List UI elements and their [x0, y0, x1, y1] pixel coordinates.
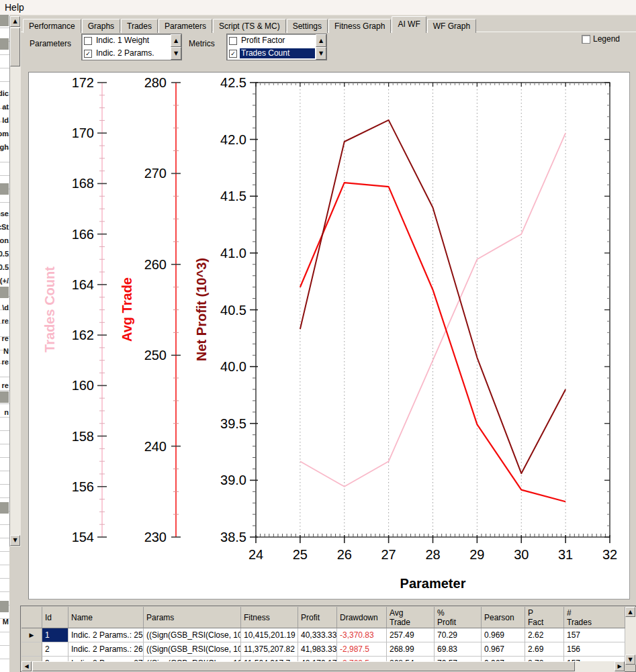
scroll-left-icon[interactable]: ◀ [21, 661, 32, 671]
spin-up-icon[interactable]: ▲ [171, 34, 181, 47]
cell-profit[interactable]: 42,170.17 [298, 657, 337, 661]
option-indic-1-weight[interactable]: Indic. 1 Weight [82, 34, 181, 47]
spin-up-icon[interactable]: ▲ [316, 34, 326, 47]
cell-fitness[interactable]: 10,415,201.19 [241, 628, 298, 642]
scroll-right-icon[interactable]: ▶ [615, 661, 625, 671]
column-header-profit[interactable]: Profit [298, 607, 337, 628]
cell-trades[interactable]: 157 [564, 628, 625, 642]
cell-avg-trade[interactable]: 268.54 [387, 657, 435, 661]
parameters-listbox[interactable]: Indic. 1 Weight✓Indic. 2 Params. ▲ ▼ [81, 34, 182, 60]
unchecked-checkbox-icon[interactable] [84, 37, 92, 45]
cell-params[interactable]: ((Sign(GSB_RSI(Close, 10) [144, 628, 241, 642]
chart-panel: 242526272829303132Parameter1541561581601… [28, 72, 630, 599]
clipped-text-fragment: (+/ [0, 277, 9, 285]
column-header-id[interactable]: Id [42, 607, 69, 628]
svg-text:42.0: 42.0 [220, 132, 246, 147]
column-header-profit[interactable]: % Profit [435, 607, 482, 628]
cell-drawdown[interactable]: -3,370.83 [337, 628, 387, 642]
svg-text:230: 230 [144, 530, 167, 544]
tab-settings[interactable]: Settings [287, 19, 328, 33]
cell-name[interactable]: Indic. 2 Params.: 26 [69, 642, 144, 657]
scroll-down-icon[interactable]: ▼ [10, 535, 20, 546]
scrollbar-thumb[interactable] [10, 28, 20, 66]
cell-params[interactable]: ((Sign(GSB_RSI(Close, 10) [144, 657, 241, 661]
option-profit-factor[interactable]: Profit Factor [227, 34, 326, 47]
cell-pearson[interactable]: 0.969 [482, 628, 525, 642]
row-selector[interactable] [21, 642, 42, 657]
cell-drawdown[interactable]: -2,762.5 [337, 657, 387, 661]
cell-name[interactable]: Indic. 2 Params.: 25 [69, 628, 144, 642]
cell-fitness[interactable]: 11,504,917.7 [241, 657, 298, 661]
cell-trades[interactable]: 156 [564, 642, 625, 657]
column-header-drawdown[interactable]: Drawdown [337, 607, 387, 628]
tab-trades[interactable]: Trades [121, 19, 158, 33]
cell-name[interactable]: Indic. 2 Params.: 27 [69, 657, 144, 661]
column-header-name[interactable]: Name [69, 607, 144, 628]
cell-profit[interactable]: 41,983.33 [298, 642, 337, 657]
column-header-avg-trade[interactable]: Avg Trade [387, 607, 435, 628]
legend-checkbox[interactable] [582, 35, 590, 44]
column-header-pearson[interactable]: Pearson [482, 607, 525, 628]
cell-fitness[interactable]: 11,375,207.82 [241, 642, 298, 657]
column-header-p-fact[interactable]: P Fact [525, 607, 564, 628]
table-header-row: IdNameParamsFitnessProfitDrawdownAvg Tra… [21, 607, 625, 628]
cell-avg-trade[interactable]: 257.49 [387, 628, 435, 642]
cell-p-fact[interactable]: 2.69 [525, 642, 564, 657]
option-indic-2-params[interactable]: ✓Indic. 2 Params. [82, 47, 181, 60]
spin-down-icon[interactable]: ▼ [171, 47, 181, 60]
metrics-listbox[interactable]: Profit Factor✓Trades Count ▲ ▼ [226, 34, 327, 60]
cell-trades[interactable]: 157 [564, 657, 625, 661]
tab-parameters[interactable]: Parameters [158, 19, 212, 33]
table-vertical-scrollbar[interactable]: ▲ ▼ [625, 607, 636, 665]
scrollbar-thumb[interactable] [32, 661, 575, 671]
table-row[interactable]: ▶1Indic. 2 Params.: 25((Sign(GSB_RSI(Clo… [21, 628, 625, 642]
spin-down-icon[interactable]: ▼ [316, 47, 326, 60]
cell-pearson[interactable]: 0.967 [482, 657, 525, 661]
cell-p-fact[interactable]: 2.62 [525, 628, 564, 642]
scroll-up-icon[interactable]: ▲ [10, 16, 20, 27]
svg-text:Net Profit (10^3): Net Profit (10^3) [194, 258, 209, 361]
menu-help[interactable]: Help [2, 1, 27, 13]
tab-performance[interactable]: Performance [23, 19, 81, 33]
checked-checkbox-icon[interactable]: ✓ [229, 50, 237, 58]
cell-id[interactable]: 2 [42, 642, 69, 657]
tab-wf-graph[interactable]: WF Graph [427, 19, 476, 33]
cell-profit[interactable]: 40,333.33 [298, 628, 337, 642]
table-horizontal-scrollbar[interactable]: ◀ ▶ [21, 661, 625, 672]
svg-text:26: 26 [337, 547, 352, 562]
clipped-text-fragment: on [0, 236, 9, 244]
current-row-marker-icon[interactable]: ▶ [21, 628, 42, 642]
tab-graphs[interactable]: Graphs [82, 19, 120, 33]
tab-fitness-graph[interactable]: Fitness Graph [328, 19, 391, 33]
cell-p-fact[interactable]: 2.72 [525, 657, 564, 661]
cell-pearson[interactable]: 0.967 [482, 642, 525, 657]
svg-text:164: 164 [72, 277, 94, 292]
clipped-row-header [0, 15, 9, 26]
cell-profit[interactable]: 70.29 [435, 628, 482, 642]
column-header-params[interactable]: Params [144, 607, 241, 628]
svg-text:250: 250 [144, 348, 167, 363]
option-trades-count[interactable]: ✓Trades Count [227, 47, 326, 60]
left-panel-scrollbar[interactable]: ▲ ▼ [9, 16, 21, 546]
tab-script-ts-mc[interactable]: Script (TS & MC) [213, 19, 286, 33]
svg-text:40.0: 40.0 [220, 359, 246, 374]
checked-checkbox-icon[interactable]: ✓ [84, 50, 92, 58]
svg-text:28: 28 [425, 547, 440, 562]
cell-profit[interactable]: 69.83 [435, 642, 482, 657]
unchecked-checkbox-icon[interactable] [229, 37, 237, 45]
table-row[interactable]: 2Indic. 2 Params.: 26((Sign(GSB_RSI(Clos… [21, 642, 625, 657]
cell-id[interactable]: 3 [42, 657, 69, 661]
cell-drawdown[interactable]: -2,987.5 [337, 642, 387, 657]
clipped-text-fragment: 0.5 [0, 263, 9, 271]
scroll-down-icon[interactable]: ▼ [625, 655, 635, 665]
cell-profit[interactable]: 70.57 [435, 657, 482, 661]
tab-ai-wf[interactable]: AI WF [392, 16, 426, 33]
row-selector[interactable] [21, 657, 42, 661]
cell-params[interactable]: ((Sign(GSB_RSI(Close, 10) [144, 642, 241, 657]
column-header-trades[interactable]: # Trades [564, 607, 625, 628]
column-header-fitness[interactable]: Fitness [241, 607, 298, 628]
scroll-up-icon[interactable]: ▲ [625, 607, 635, 617]
table-row[interactable]: 3Indic. 2 Params.: 27((Sign(GSB_RSI(Clos… [21, 657, 625, 661]
cell-avg-trade[interactable]: 268.99 [387, 642, 435, 657]
cell-id[interactable]: 1 [42, 628, 69, 642]
